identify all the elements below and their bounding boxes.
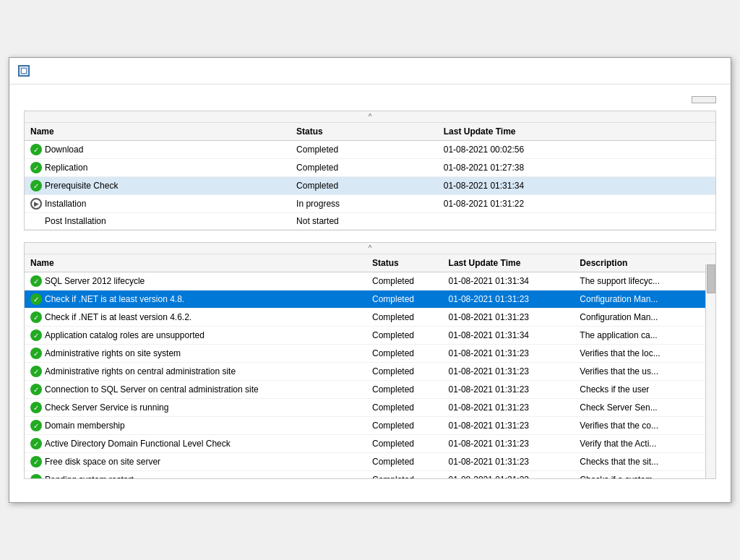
cell-description: Check Server Sen... (574, 399, 705, 417)
cell-status: In progress (291, 195, 438, 213)
cell-description: Verifies that the us... (574, 363, 705, 381)
table-row[interactable]: ✓Application catalog roles are unsupport… (25, 327, 715, 345)
cell-name: ▶Installation (25, 195, 291, 213)
svg-rect-1 (22, 69, 26, 73)
cell-update: 01-08-2021 01:31:23 (443, 345, 575, 363)
cell-update: 01-08-2021 01:31:23 (443, 290, 575, 309)
cell-name: ✓Free disk space on site server (25, 453, 366, 471)
bottom-table-scroll[interactable]: Name Status Last Update Time Description… (25, 254, 715, 478)
top-table-scroll-indicator: ^ (25, 111, 715, 123)
scrollbar-track[interactable] (705, 264, 715, 478)
title-bar (9, 58, 731, 85)
cell-name: ✓Check if .NET is at least version 4.8. (25, 290, 366, 309)
cell-description: Configuration Man... (574, 309, 705, 327)
table-row[interactable]: ✓Check Server Service is running Complet… (25, 399, 715, 417)
window-icon (18, 65, 30, 77)
table-row[interactable]: ✓Active Directory Domain Functional Leve… (25, 435, 715, 453)
cell-description: Verifies that the co... (574, 417, 705, 435)
check-icon: ✓ (30, 329, 42, 341)
cell-name: ✓Check Server Service is running (25, 399, 366, 417)
cell-status: Completed (366, 453, 443, 471)
top-table: Name Status Last Update Time ✓Download C… (25, 123, 715, 230)
cell-extra (684, 195, 715, 213)
bottom-col-desc: Description (574, 254, 705, 272)
table-row[interactable]: ✓Connection to SQL Server on central adm… (25, 381, 715, 399)
check-icon: ✓ (30, 474, 42, 478)
cell-name: ✓Administrative rights on site system (25, 345, 366, 363)
table-row[interactable]: ✓SQL Server 2012 lifecycle Completed 01-… (25, 272, 715, 290)
bottom-table: Name Status Last Update Time Description… (25, 254, 715, 478)
table-row[interactable]: ✓Check if .NET is at least version 4.8. … (25, 290, 715, 309)
cell-update: 01-08-2021 01:31:23 (443, 381, 575, 399)
cell-status: Completed (366, 363, 443, 381)
cell-name: ✓Connection to SQL Server on central adm… (25, 381, 366, 399)
top-col-update: Last Update Time (438, 123, 684, 141)
bottom-col-name: Name (25, 254, 366, 272)
check-icon: ✓ (30, 456, 42, 468)
table-row[interactable]: ✓Prerequisite Check Completed 01-08-2021… (25, 177, 715, 195)
cell-extra (684, 213, 715, 230)
cell-update: 01-08-2021 01:31:22 (438, 195, 684, 213)
close-button[interactable] (707, 64, 722, 78)
cell-name: ✓SQL Server 2012 lifecycle (25, 272, 366, 290)
cell-update: 01-08-2021 01:31:23 (443, 453, 575, 471)
table-row[interactable]: ✓Administrative rights on site system Co… (25, 345, 715, 363)
cell-extra (684, 141, 715, 159)
check-icon: ✓ (30, 311, 42, 323)
cell-status: Completed (366, 327, 443, 345)
scrollbar-thumb[interactable] (707, 264, 715, 293)
cell-name: ✓Pending system restart (25, 471, 366, 479)
check-icon: ✓ (30, 275, 42, 287)
cell-status: Completed (366, 435, 443, 453)
cell-name: ✓Application catalog roles are unsupport… (25, 327, 366, 345)
cell-extra (684, 159, 715, 177)
cell-status: Completed (291, 159, 438, 177)
cell-status: Completed (366, 290, 443, 309)
cell-update: 01-08-2021 01:31:23 (443, 399, 575, 417)
top-table-scroll[interactable]: Name Status Last Update Time ✓Download C… (25, 123, 715, 230)
table-row[interactable]: ✓Download Completed 01-08-2021 00:02:56 (25, 141, 715, 159)
cell-update: 01-08-2021 00:02:56 (438, 141, 684, 159)
table-row[interactable]: ✓Administrative rights on central admini… (25, 363, 715, 381)
bottom-table-body: ✓SQL Server 2012 lifecycle Completed 01-… (25, 272, 715, 479)
cell-name: ✓Domain membership (25, 417, 366, 435)
top-col-name: Name (25, 123, 291, 141)
table-row[interactable]: ✓Pending system restart Completed 01-08-… (25, 471, 715, 479)
cell-update (438, 213, 684, 230)
table-row[interactable]: ✓Replication Completed 01-08-2021 01:27:… (25, 159, 715, 177)
cell-status: Completed (366, 309, 443, 327)
cell-description: Verify that the Acti... (574, 435, 705, 453)
cell-description: Checks that the sit... (574, 453, 705, 471)
cell-update: 01-08-2021 01:31:23 (443, 471, 575, 479)
cell-extra (684, 177, 715, 195)
check-icon: ✓ (30, 144, 42, 155)
table-row[interactable]: ✓Free disk space on site server Complete… (25, 453, 715, 471)
main-window: ^ Name Status Last Update Time ✓Download (9, 57, 731, 503)
cell-update: 01-08-2021 01:27:38 (438, 159, 684, 177)
cell-description: Checks if a system... (574, 471, 705, 479)
top-col-status: Status (291, 123, 438, 141)
table-row[interactable]: ✓Check if .NET is at least version 4.6.2… (25, 309, 715, 327)
cell-status: Completed (366, 399, 443, 417)
top-table-container: ^ Name Status Last Update Time ✓Download (24, 111, 716, 231)
check-icon: ✓ (30, 180, 42, 191)
cell-status: Completed (291, 177, 438, 195)
cell-update: 01-08-2021 01:31:23 (443, 435, 575, 453)
refresh-button[interactable] (692, 96, 716, 103)
cell-description: Verifies that the loc... (574, 345, 705, 363)
top-col-extra (684, 123, 715, 141)
cell-name: ✓Prerequisite Check (25, 177, 291, 195)
bottom-col-update: Last Update Time (443, 254, 575, 272)
cell-description: Checks if the user (574, 381, 705, 399)
table-row[interactable]: ✓Domain membership Completed 01-08-2021 … (25, 417, 715, 435)
title-bar-left (18, 65, 35, 77)
bottom-table-scroll-indicator: ^ (25, 243, 715, 254)
check-icon: ✓ (30, 348, 42, 359)
cell-update: 01-08-2021 01:31:34 (443, 272, 575, 290)
cell-update: 01-08-2021 01:31:34 (438, 177, 684, 195)
table-row[interactable]: Post Installation Not started (25, 213, 715, 230)
table-row[interactable]: ▶Installation In progress 01-08-2021 01:… (25, 195, 715, 213)
check-icon: ✓ (30, 162, 42, 173)
cell-update: 01-08-2021 01:31:23 (443, 417, 575, 435)
top-table-body: ✓Download Completed 01-08-2021 00:02:56 … (25, 141, 715, 230)
